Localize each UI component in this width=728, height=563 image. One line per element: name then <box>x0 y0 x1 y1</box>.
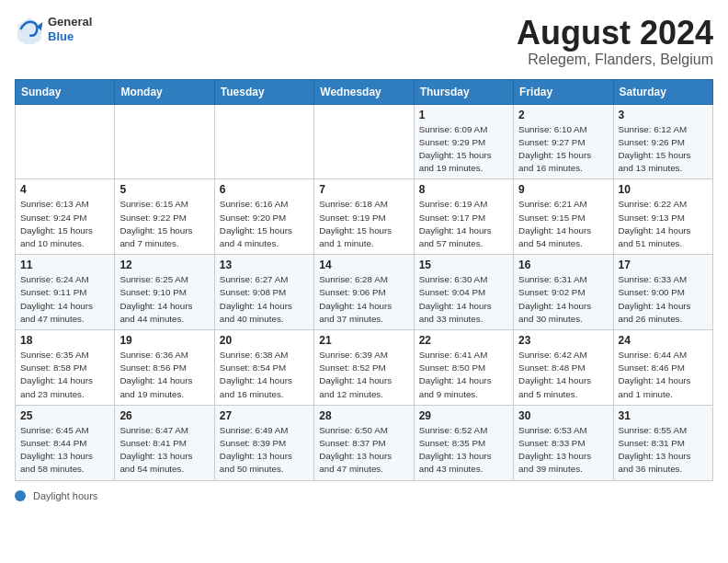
day-info: Sunrise: 6:53 AM Sunset: 8:33 PM Dayligh… <box>518 424 608 477</box>
day-info: Sunrise: 6:39 AM Sunset: 8:52 PM Dayligh… <box>319 349 408 401</box>
day-number: 15 <box>419 259 508 271</box>
calendar-header-row: SundayMondayTuesdayWednesdayThursdayFrid… <box>16 79 713 104</box>
day-info: Sunrise: 6:15 AM Sunset: 9:22 PM Dayligh… <box>119 198 209 250</box>
calendar-cell: 24Sunrise: 6:44 AM Sunset: 8:46 PM Dayli… <box>613 330 712 406</box>
calendar-cell: 6Sunrise: 6:16 AM Sunset: 9:20 PM Daylig… <box>214 179 313 255</box>
calendar-cell: 29Sunrise: 6:52 AM Sunset: 8:35 PM Dayli… <box>414 405 513 480</box>
calendar-cell: 23Sunrise: 6:42 AM Sunset: 8:48 PM Dayli… <box>514 330 613 406</box>
day-number: 9 <box>518 183 608 196</box>
day-info: Sunrise: 6:31 AM Sunset: 9:02 PM Dayligh… <box>518 273 608 326</box>
calendar-day-header: Wednesday <box>314 79 414 104</box>
day-number: 27 <box>220 409 309 422</box>
day-number: 2 <box>518 109 608 121</box>
calendar-cell: 10Sunrise: 6:22 AM Sunset: 9:13 PM Dayli… <box>613 179 712 255</box>
calendar-cell: 25Sunrise: 6:45 AM Sunset: 8:44 PM Dayli… <box>16 405 115 480</box>
calendar-week-row: 25Sunrise: 6:45 AM Sunset: 8:44 PM Dayli… <box>16 405 713 480</box>
calendar-cell: 11Sunrise: 6:24 AM Sunset: 9:11 PM Dayli… <box>16 255 115 330</box>
day-number: 28 <box>319 409 408 422</box>
day-info: Sunrise: 6:10 AM Sunset: 9:27 PM Dayligh… <box>518 123 608 176</box>
day-number: 8 <box>419 183 508 196</box>
day-number: 11 <box>20 259 109 271</box>
day-number: 23 <box>518 334 608 347</box>
day-info: Sunrise: 6:36 AM Sunset: 8:56 PM Dayligh… <box>119 349 209 401</box>
footer-dot <box>15 490 26 501</box>
day-info: Sunrise: 6:30 AM Sunset: 9:04 PM Dayligh… <box>419 273 508 326</box>
day-number: 7 <box>319 183 408 196</box>
calendar-cell: 8Sunrise: 6:19 AM Sunset: 9:17 PM Daylig… <box>414 179 513 255</box>
calendar-cell: 1Sunrise: 6:09 AM Sunset: 9:29 PM Daylig… <box>414 104 513 179</box>
day-number: 19 <box>119 334 209 347</box>
day-info: Sunrise: 6:28 AM Sunset: 9:06 PM Dayligh… <box>319 273 408 326</box>
calendar-week-row: 1Sunrise: 6:09 AM Sunset: 9:29 PM Daylig… <box>16 104 713 179</box>
footer-label: Daylight hours <box>33 490 97 501</box>
calendar-cell: 17Sunrise: 6:33 AM Sunset: 9:00 PM Dayli… <box>613 255 712 330</box>
day-number: 29 <box>419 409 508 422</box>
day-info: Sunrise: 6:44 AM Sunset: 8:46 PM Dayligh… <box>619 349 708 401</box>
calendar-cell: 5Sunrise: 6:15 AM Sunset: 9:22 PM Daylig… <box>115 179 214 255</box>
day-info: Sunrise: 6:47 AM Sunset: 8:41 PM Dayligh… <box>119 424 209 477</box>
calendar-cell: 13Sunrise: 6:27 AM Sunset: 9:08 PM Dayli… <box>214 255 313 330</box>
calendar-cell: 20Sunrise: 6:38 AM Sunset: 8:54 PM Dayli… <box>214 330 313 406</box>
day-number: 13 <box>220 259 309 271</box>
day-info: Sunrise: 6:38 AM Sunset: 8:54 PM Dayligh… <box>220 349 309 401</box>
day-info: Sunrise: 6:33 AM Sunset: 9:00 PM Dayligh… <box>619 273 708 326</box>
day-info: Sunrise: 6:27 AM Sunset: 9:08 PM Dayligh… <box>220 273 309 326</box>
day-number: 24 <box>619 334 708 347</box>
day-info: Sunrise: 6:13 AM Sunset: 9:24 PM Dayligh… <box>20 198 109 250</box>
calendar-cell: 2Sunrise: 6:10 AM Sunset: 9:27 PM Daylig… <box>514 104 613 179</box>
calendar-table: SundayMondayTuesdayWednesdayThursdayFrid… <box>15 79 713 481</box>
day-info: Sunrise: 6:19 AM Sunset: 9:17 PM Dayligh… <box>419 198 508 250</box>
logo: General Blue <box>15 15 92 44</box>
day-number: 20 <box>220 334 309 347</box>
day-number: 25 <box>20 409 109 422</box>
day-info: Sunrise: 6:52 AM Sunset: 8:35 PM Dayligh… <box>419 424 508 477</box>
calendar-cell: 3Sunrise: 6:12 AM Sunset: 9:26 PM Daylig… <box>613 104 712 179</box>
location: Relegem, Flanders, Belgium <box>517 52 713 68</box>
calendar-cell: 14Sunrise: 6:28 AM Sunset: 9:06 PM Dayli… <box>314 255 414 330</box>
logo-blue: Blue <box>48 29 92 44</box>
day-number: 12 <box>119 259 209 271</box>
day-number: 31 <box>619 409 708 422</box>
calendar-cell: 19Sunrise: 6:36 AM Sunset: 8:56 PM Dayli… <box>115 330 214 406</box>
logo-general: General <box>48 15 92 29</box>
calendar-cell: 30Sunrise: 6:53 AM Sunset: 8:33 PM Dayli… <box>514 405 613 480</box>
calendar-cell: 28Sunrise: 6:50 AM Sunset: 8:37 PM Dayli… <box>314 405 414 480</box>
calendar-day-header: Sunday <box>16 79 115 104</box>
calendar-cell <box>115 104 214 179</box>
day-number: 10 <box>619 183 708 196</box>
day-number: 22 <box>419 334 508 347</box>
day-number: 16 <box>518 259 608 271</box>
calendar-cell: 9Sunrise: 6:21 AM Sunset: 9:15 PM Daylig… <box>514 179 613 255</box>
day-info: Sunrise: 6:12 AM Sunset: 9:26 PM Dayligh… <box>619 123 708 176</box>
calendar-cell: 4Sunrise: 6:13 AM Sunset: 9:24 PM Daylig… <box>16 179 115 255</box>
day-info: Sunrise: 6:42 AM Sunset: 8:48 PM Dayligh… <box>518 349 608 401</box>
calendar-cell <box>214 104 313 179</box>
footer: Daylight hours <box>15 490 713 501</box>
day-info: Sunrise: 6:21 AM Sunset: 9:15 PM Dayligh… <box>518 198 608 250</box>
calendar-week-row: 4Sunrise: 6:13 AM Sunset: 9:24 PM Daylig… <box>16 179 713 255</box>
day-info: Sunrise: 6:49 AM Sunset: 8:39 PM Dayligh… <box>220 424 309 477</box>
day-info: Sunrise: 6:22 AM Sunset: 9:13 PM Dayligh… <box>619 198 708 250</box>
day-info: Sunrise: 6:35 AM Sunset: 8:58 PM Dayligh… <box>20 349 109 401</box>
day-number: 4 <box>20 183 109 196</box>
day-info: Sunrise: 6:24 AM Sunset: 9:11 PM Dayligh… <box>20 273 109 326</box>
calendar-cell: 16Sunrise: 6:31 AM Sunset: 9:02 PM Dayli… <box>514 255 613 330</box>
day-number: 3 <box>619 109 708 121</box>
calendar-cell: 12Sunrise: 6:25 AM Sunset: 9:10 PM Dayli… <box>115 255 214 330</box>
day-info: Sunrise: 6:50 AM Sunset: 8:37 PM Dayligh… <box>319 424 408 477</box>
calendar-cell: 31Sunrise: 6:55 AM Sunset: 8:31 PM Dayli… <box>613 405 712 480</box>
calendar-day-header: Thursday <box>414 79 513 104</box>
month-year: August 2024 <box>517 15 713 52</box>
calendar-cell: 18Sunrise: 6:35 AM Sunset: 8:58 PM Dayli… <box>16 330 115 406</box>
day-number: 21 <box>319 334 408 347</box>
calendar-week-row: 18Sunrise: 6:35 AM Sunset: 8:58 PM Dayli… <box>16 330 713 406</box>
day-number: 14 <box>319 259 408 271</box>
day-info: Sunrise: 6:18 AM Sunset: 9:19 PM Dayligh… <box>319 198 408 250</box>
day-number: 6 <box>220 183 309 196</box>
calendar-week-row: 11Sunrise: 6:24 AM Sunset: 9:11 PM Dayli… <box>16 255 713 330</box>
calendar-cell <box>314 104 414 179</box>
day-info: Sunrise: 6:45 AM Sunset: 8:44 PM Dayligh… <box>20 424 109 477</box>
calendar-day-header: Monday <box>115 79 214 104</box>
day-info: Sunrise: 6:41 AM Sunset: 8:50 PM Dayligh… <box>419 349 508 401</box>
day-number: 18 <box>20 334 109 347</box>
